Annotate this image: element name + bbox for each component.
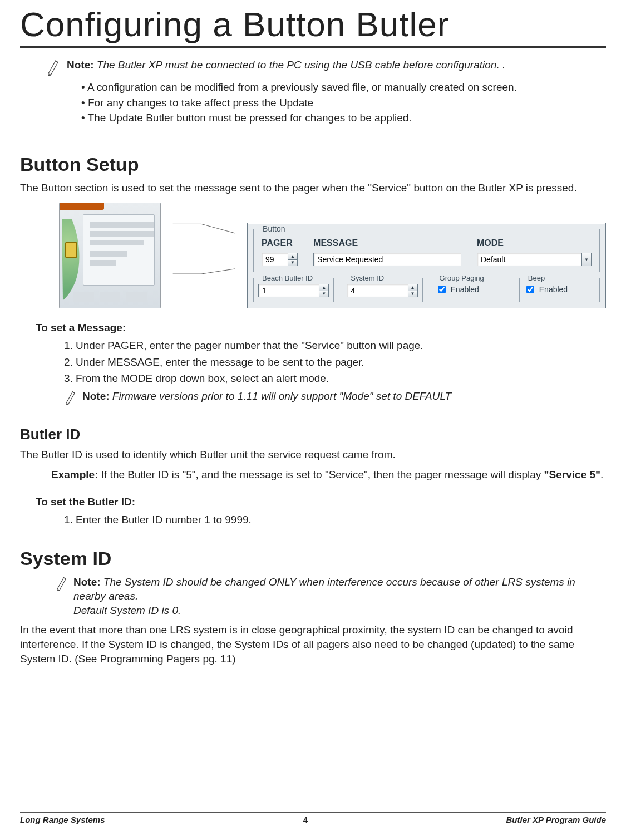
system-id-note-line1: The System ID should be changed ONLY whe… [73,576,575,602]
button-fieldset: Button PAGER ▲ ▼ [253,229,600,272]
example-text-pre: If the Butler ID is "5", and the message… [101,469,544,480]
mode-dropdown-button[interactable]: ▼ [581,253,592,266]
callout-connector [171,203,237,308]
subsection-butler-id: Butler ID [20,425,606,444]
intro-note-row: Note: The Butler XP must be connected to… [47,58,606,78]
system-id-fieldset: System ID ▲▼ [342,278,422,302]
system-id-paragraph: In the event that more than one LRS syst… [20,623,606,666]
footer-right: Butler XP Program Guide [506,815,606,824]
set-butler-id-heading: To set the Butler ID: [36,495,606,509]
intro-bullet-3: The Update Butler button must be pressed… [81,111,606,125]
message-input[interactable] [313,253,461,266]
set-message-step-2: Under MESSAGE, enter the message to be s… [76,355,606,370]
example-text-post: . [600,469,603,480]
bbid-spin-up[interactable]: ▲ [319,284,329,291]
beach-butler-id-fieldset: Beach Butler ID ▲▼ [253,278,334,302]
mode-column: MODE ▼ [477,237,592,266]
system-id-note-text: Note: The System ID should be changed ON… [73,575,606,618]
beep-check-label: Enabled [539,284,568,295]
note-body: The Butler XP must be connected to the P… [97,59,505,71]
note-label: Note: [67,59,94,71]
page-title: Configuring a Button Butler [20,4,606,44]
system-id-legend: System ID [348,273,387,283]
set-message-note-row: Note: Firmware versions prior to 1.11 wi… [65,389,606,407]
button-fieldset-row: PAGER ▲ ▼ MESSAGE [262,237,592,266]
beep-checkbox[interactable] [526,286,534,293]
pager-spinner: ▲ ▼ [262,253,298,266]
message-label: MESSAGE [313,237,461,249]
intro-bullet-2: For any changes to take affect press the… [81,96,606,110]
pager-spin-buttons: ▲ ▼ [288,253,298,266]
example-row: Example: If the Butler ID is "5", and th… [51,468,606,482]
content-area: Note: The Butler XP must be connected to… [0,58,626,666]
pager-spin-down[interactable]: ▼ [288,259,298,266]
title-area: Configuring a Button Butler [0,0,626,48]
beep-check-row[interactable]: Enabled [524,284,595,295]
set-message-step-3: From the MODE drop down box, select an a… [76,371,606,386]
note-label: Note: [82,390,110,402]
set-butler-id-steps: Enter the Butler ID number 1 to 9999. [60,513,606,527]
section-button-setup: Button Setup [20,152,606,178]
mode-select-display[interactable] [477,253,582,266]
button-config-panel: Button PAGER ▲ ▼ [247,223,606,308]
mode-label: MODE [477,237,592,249]
sysid-spin-up[interactable]: ▲ [408,284,418,291]
intro-note-text: Note: The Butler XP must be connected to… [67,58,606,72]
pencil-icon [56,576,68,593]
pager-spin-up[interactable]: ▲ [288,253,298,259]
figure-row: Button PAGER ▲ ▼ [59,203,606,308]
footer-page-number: 4 [303,815,308,824]
pencil-icon [65,390,77,407]
sysid-spin-down[interactable]: ▼ [408,291,418,297]
set-message-steps: Under PAGER, enter the pager number that… [60,338,606,386]
section-system-id: System ID [20,546,606,572]
group-paging-check-label: Enabled [451,284,479,295]
beach-butler-id-input[interactable] [258,284,319,297]
beach-butler-id-legend: Beach Butler ID [259,273,316,283]
set-message-note-text: Note: Firmware versions prior to 1.11 wi… [82,389,451,404]
system-id-input[interactable] [347,284,408,297]
button-setup-paragraph: The Button section is used to set the me… [20,181,606,195]
message-column: MESSAGE [313,237,461,266]
pencil-icon [47,59,60,78]
button-fieldset-legend: Button [259,224,288,234]
sub-fieldset-row: Beach Butler ID ▲▼ System ID ▲▼ [253,278,600,302]
group-paging-check-row[interactable]: Enabled [436,284,506,295]
group-paging-fieldset: Group Paging Enabled [431,278,511,302]
footer-left: Long Range Systems [20,815,105,824]
mode-dropdown-button-wrap: ▼ [581,253,592,266]
title-rule [20,46,606,48]
butler-id-paragraph: The Butler ID is used to identify which … [20,448,606,462]
note-label: Note: [73,576,101,588]
note-body: Firmware versions prior to 1.11 will onl… [112,390,451,402]
example-label: Example: [51,469,98,480]
example-text-bold: "Service 5" [544,469,600,480]
set-butler-id-step-1: Enter the Butler ID number 1 to 9999. [76,513,606,527]
bbid-spin-down[interactable]: ▼ [319,291,329,297]
intro-bullet-1: A configuration can be modified from a p… [81,80,606,95]
set-message-step-1: Under PAGER, enter the pager number that… [76,338,606,353]
page: { "title": "Configuring a Button Butler"… [0,0,626,840]
pager-column: PAGER ▲ ▼ [262,237,298,266]
group-paging-checkbox[interactable] [438,286,446,293]
pager-label: PAGER [262,237,298,249]
system-id-note-line2: Default System ID is 0. [73,605,181,616]
intro-bullets: A configuration can be modified from a p… [81,80,606,125]
beep-fieldset: Beep Enabled [519,278,600,302]
set-message-heading: To set a Message: [36,321,606,335]
pager-input[interactable] [262,253,288,266]
page-footer: Long Range Systems 4 Butler XP Program G… [20,812,606,824]
system-id-note-row: Note: The System ID should be changed ON… [56,575,606,618]
group-paging-legend: Group Paging [437,273,487,283]
app-thumbnail [59,203,161,308]
beep-legend: Beep [525,273,548,283]
